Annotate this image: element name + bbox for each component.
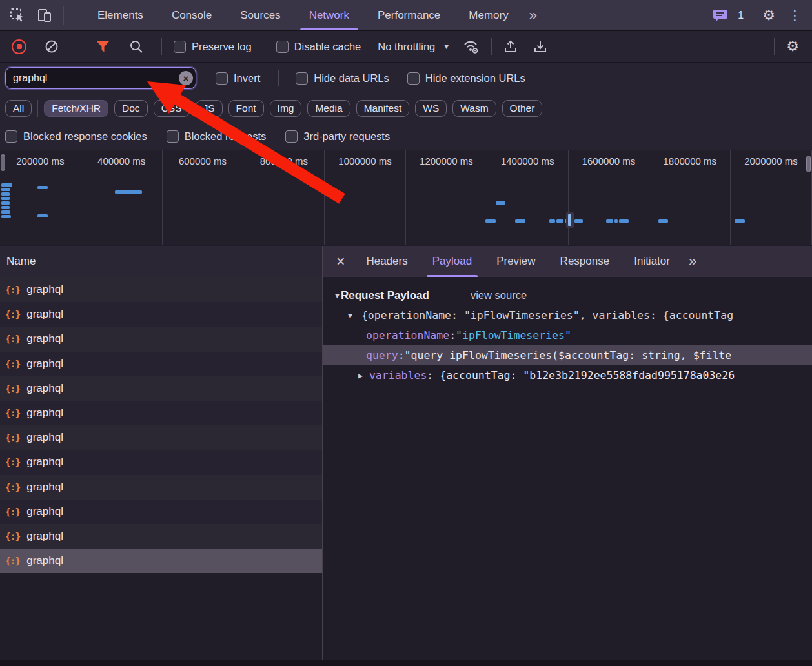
checkbox-box[interactable]	[216, 72, 228, 85]
filter-chip-css[interactable]: CSS	[154, 100, 190, 117]
details-tab-response[interactable]: Response	[548, 246, 622, 277]
triangle-down-icon[interactable]: ▼	[348, 311, 352, 320]
request-name: graphql	[26, 431, 63, 444]
filter-input[interactable]	[5, 67, 196, 89]
view-source-link[interactable]: view source	[471, 289, 527, 301]
network-request-row[interactable]: {:}graphql	[0, 376, 322, 401]
network-request-row[interactable]: {:}graphql	[0, 302, 322, 327]
tab-elements[interactable]: Elements	[83, 0, 157, 30]
timeline-column: 1600000 ms	[569, 150, 650, 245]
waterfall-bar	[574, 219, 583, 223]
filter-chip-media[interactable]: Media	[307, 100, 350, 117]
network-request-row[interactable]: {:}graphql	[0, 524, 322, 549]
clear-filter-icon[interactable]: ×	[179, 71, 193, 85]
payload-operation-name-row[interactable]: operationName: "ipFlowTimeseries"	[323, 325, 812, 345]
waterfall-bar	[658, 219, 668, 223]
details-tab-initiator[interactable]: Initiator	[622, 246, 682, 277]
filter-chip-manifest[interactable]: Manifest	[356, 100, 410, 117]
device-toolbar-icon[interactable]	[36, 7, 53, 24]
search-icon[interactable]	[128, 38, 145, 55]
tab-performance[interactable]: Performance	[363, 0, 454, 30]
blocked-requests-checkbox[interactable]: Blocked requests	[167, 130, 267, 143]
details-more-tabs-icon[interactable]: »	[682, 253, 703, 270]
network-request-row[interactable]: {:}graphql	[0, 352, 322, 376]
waterfall-bar	[549, 219, 555, 223]
filter-chip-fetch-xhr[interactable]: Fetch/XHR	[44, 100, 108, 117]
filter-chip-font[interactable]: Font	[228, 100, 264, 117]
hide-data-urls-checkbox[interactable]: Hide data URLs	[296, 72, 389, 85]
network-request-row[interactable]: {:}graphql	[0, 401, 322, 425]
filter-chip-all[interactable]: All	[5, 100, 32, 117]
inspect-element-icon[interactable]	[9, 7, 26, 24]
waterfall-bar	[1, 183, 12, 187]
close-details-icon[interactable]: ×	[323, 246, 354, 277]
third-party-requests-checkbox[interactable]: 3rd-party requests	[285, 130, 390, 143]
details-tab-headers[interactable]: Headers	[354, 246, 420, 277]
network-request-row[interactable]: {:}graphql	[0, 475, 322, 500]
disable-cache-checkbox[interactable]: Disable cache	[276, 41, 361, 53]
hide-extension-urls-checkbox[interactable]: Hide extension URLs	[407, 72, 525, 85]
checkbox-box[interactable]	[174, 41, 186, 53]
json-file-icon: {:}	[5, 556, 20, 566]
filter-chip-wasm[interactable]: Wasm	[452, 100, 496, 117]
checkbox-box[interactable]	[407, 72, 420, 85]
blocked-response-cookies-checkbox[interactable]: Blocked response cookies	[5, 130, 147, 143]
network-request-row[interactable]: {:}graphql	[0, 450, 322, 474]
json-file-icon: {:}	[5, 383, 20, 394]
export-har-icon[interactable]	[532, 38, 549, 55]
checkbox-box[interactable]	[167, 130, 179, 143]
tab-network[interactable]: Network	[295, 0, 363, 30]
triangle-down-icon[interactable]: ▼	[335, 291, 340, 300]
network-request-row[interactable]: {:}graphql	[0, 327, 322, 351]
json-file-icon: {:}	[5, 432, 20, 443]
tab-memory[interactable]: Memory	[454, 0, 522, 30]
filter-chip-ws[interactable]: WS	[415, 100, 447, 117]
tab-sources[interactable]: Sources	[226, 0, 294, 30]
details-tab-preview[interactable]: Preview	[484, 246, 547, 277]
waterfall-bar	[485, 219, 496, 223]
network-request-row[interactable]: {:}graphql	[0, 278, 322, 302]
details-tab-payload[interactable]: Payload	[420, 246, 484, 277]
throttling-select[interactable]: No throttling ▼	[378, 41, 450, 53]
timeline-right-handle[interactable]	[806, 156, 811, 172]
network-request-row[interactable]: {:}graphql	[0, 500, 322, 524]
filter-chip-js[interactable]: JS	[196, 100, 223, 117]
issues-message-icon[interactable]	[712, 7, 729, 24]
preserve-log-checkbox[interactable]: Preserve log	[174, 41, 252, 53]
triangle-right-icon[interactable]: ▶	[358, 371, 363, 380]
timeline-left-handle[interactable]	[1, 154, 5, 171]
record-network-log-button[interactable]	[12, 39, 26, 54]
filter-chip-img[interactable]: Img	[270, 100, 302, 117]
payload-variables-row[interactable]: ▶ variables: {accountTag: "b12e3b2192ee5…	[323, 365, 812, 385]
timeline-column: 400000 ms	[81, 150, 163, 245]
filter-chip-doc[interactable]: Doc	[114, 100, 148, 117]
payload-view: ▼ Request Payload view source ▼ {operati…	[323, 278, 812, 389]
network-request-row[interactable]: {:}graphql	[0, 425, 322, 450]
network-overview-timeline[interactable]: 200000 ms400000 ms600000 ms800000 ms1000…	[0, 150, 812, 245]
network-filter-row: × Invert Hide data URLs Hide extension U…	[0, 63, 812, 94]
filter-chip-other[interactable]: Other	[502, 100, 543, 117]
clear-network-log-icon[interactable]	[43, 38, 60, 55]
payload-root-node[interactable]: ▼ {operationName: "ipFlowTimeseries", va…	[323, 305, 812, 325]
name-column-header[interactable]: Name	[0, 246, 322, 278]
more-options-icon[interactable]: ⋮	[784, 8, 806, 22]
filter-funnel-icon[interactable]	[94, 38, 111, 55]
checkbox-box[interactable]	[276, 41, 289, 53]
resource-type-filter-row: AllFetch/XHRDocCSSJSFontImgMediaManifest…	[0, 94, 812, 123]
network-request-row[interactable]: {:}graphql	[0, 549, 322, 573]
import-har-icon[interactable]	[502, 38, 519, 55]
settings-gear-icon[interactable]: ⚙	[762, 8, 775, 23]
request-name: graphql	[26, 358, 63, 370]
timeline-grid: 200000 ms400000 ms600000 ms800000 ms1000…	[0, 150, 812, 245]
tab-console[interactable]: Console	[157, 0, 226, 30]
network-settings-gear-icon[interactable]: ⚙	[786, 39, 799, 54]
checkbox-box[interactable]	[285, 130, 298, 143]
checkbox-box[interactable]	[296, 72, 308, 85]
invert-checkbox[interactable]: Invert	[216, 72, 260, 85]
network-conditions-icon[interactable]	[463, 38, 480, 55]
waterfall-bar	[1, 192, 10, 196]
more-tabs-icon[interactable]: »	[523, 7, 543, 24]
payload-query-row[interactable]: query: "query ipFlowTimeseries($accountT…	[323, 345, 812, 365]
checkbox-box[interactable]	[5, 130, 17, 143]
request-payload-section-header[interactable]: ▼ Request Payload view source	[323, 285, 812, 305]
